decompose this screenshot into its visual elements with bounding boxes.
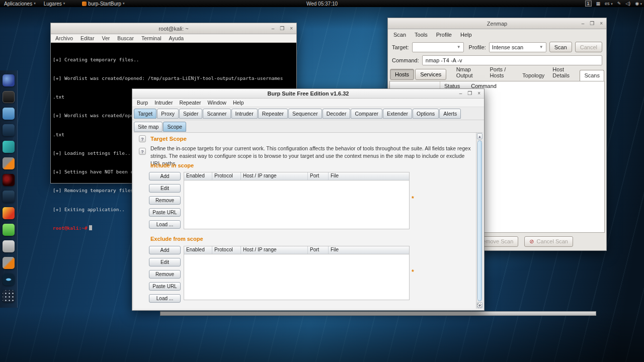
metasploit-icon[interactable]	[3, 124, 15, 136]
menu-editar[interactable]: Editar	[80, 35, 94, 41]
include-remove-button[interactable]: Remove	[149, 196, 181, 205]
tab-decoder[interactable]: Decoder	[323, 109, 351, 119]
menu-burp[interactable]: Burp	[137, 100, 148, 106]
windows-icon[interactable]: ▦	[596, 1, 601, 6]
tab-options[interactable]: Options	[413, 109, 439, 119]
tab-extender[interactable]: Extender	[383, 109, 412, 119]
menu-tools[interactable]: Tools	[415, 32, 428, 38]
hydra-icon[interactable]	[3, 191, 15, 203]
tab-intruder[interactable]: Intruder	[231, 109, 258, 119]
maximize-button[interactable]: ❐	[590, 21, 594, 26]
command-input[interactable]: nmap -T4 -A -v	[422, 55, 602, 65]
terminal-titlebar[interactable]: root@kali: ~ – ❐ ×	[51, 23, 296, 34]
tab-ports-hosts[interactable]: Ports / Hosts	[486, 64, 518, 81]
menu-ayuda[interactable]: Ayuda	[169, 35, 184, 41]
menu-intruder[interactable]: Intruder	[154, 100, 173, 106]
column-host-ip-range[interactable]: Host / IP range	[241, 172, 308, 180]
help-icon[interactable]: ?	[139, 148, 146, 155]
exclude-table-body[interactable]	[184, 254, 409, 300]
minimize-button[interactable]: –	[459, 91, 462, 96]
exclude-edit-button[interactable]: Edit	[149, 258, 181, 266]
column-protocol[interactable]: Protocol	[212, 172, 241, 180]
exclude-load-button[interactable]: Load ...	[149, 294, 181, 303]
files-icon[interactable]	[3, 108, 15, 120]
column-enabled[interactable]: Enabled	[184, 246, 212, 254]
subtab-site-map[interactable]: Site map	[134, 122, 163, 132]
column-file[interactable]: File	[329, 172, 409, 180]
zenmap-titlebar[interactable]: Zenmap – ❐ ×	[388, 18, 606, 29]
menu-archivo[interactable]: Archivo	[55, 35, 73, 41]
applications-menu[interactable]: Aplicaciones ▾	[0, 0, 40, 7]
tab-scans[interactable]: Scans	[580, 70, 604, 81]
places-menu[interactable]: Lugares ▾	[40, 0, 69, 7]
burpsuite-icon[interactable]	[3, 157, 15, 169]
help-icon[interactable]: ?	[139, 135, 146, 142]
menu-window[interactable]: Window	[208, 100, 226, 106]
tab-comparer[interactable]: Comparer	[351, 109, 382, 119]
burp-titlebar[interactable]: Burp Suite Free Edition v1.6.32 – ❐ ×	[132, 89, 484, 99]
menu-scan[interactable]: Scan	[393, 32, 406, 38]
menu-help[interactable]: Help	[460, 32, 472, 38]
tab-sequencer[interactable]: Sequencer	[288, 109, 322, 119]
tab-host-details[interactable]: Host Details	[548, 64, 580, 81]
keyboard-layout-indicator[interactable]: es ▾	[605, 1, 613, 6]
menu-help[interactable]: Help	[233, 100, 244, 106]
scan-button[interactable]: Scan	[549, 42, 572, 52]
vertical-scrollbar[interactable]: ▲ ▼	[476, 133, 482, 309]
scroll-up-icon[interactable]: ▲	[477, 133, 482, 139]
close-button[interactable]: ×	[600, 21, 603, 26]
volume-icon[interactable]: ◁)	[625, 1, 630, 6]
tab-scanner[interactable]: Scanner	[203, 109, 230, 119]
maximize-button[interactable]: ❐	[280, 26, 284, 31]
active-app-menu[interactable]: burp-StartBurp ▾	[78, 0, 128, 7]
include-edit-button[interactable]: Edit	[149, 184, 181, 193]
exclude-remove-button[interactable]: Remove	[149, 270, 181, 279]
maltego-icon[interactable]	[3, 257, 15, 269]
target-combobox[interactable]: ▼	[412, 42, 464, 52]
close-button[interactable]: ×	[290, 26, 293, 31]
column-file[interactable]: File	[329, 246, 409, 254]
minimize-button[interactable]: –	[272, 26, 275, 31]
tab-nmap-output[interactable]: Nmap Output	[452, 64, 486, 81]
close-button[interactable]: ×	[477, 91, 480, 96]
power-icon[interactable]: ◉ ▾	[635, 1, 642, 6]
column-port[interactable]: Port	[308, 172, 329, 180]
beef-icon[interactable]	[3, 174, 15, 186]
terminal-icon[interactable]	[3, 91, 15, 103]
column-protocol[interactable]: Protocol	[212, 246, 241, 254]
show-applications-icon[interactable]	[3, 290, 15, 302]
scrollbar-thumb[interactable]	[477, 140, 482, 301]
menu-terminal[interactable]: Terminal	[141, 35, 162, 41]
tab-alerts[interactable]: Alerts	[439, 109, 461, 119]
eye-icon[interactable]	[3, 274, 15, 286]
include-table-body[interactable]	[184, 180, 409, 229]
services-toggle-button[interactable]: Services	[415, 69, 446, 80]
faraday-icon[interactable]	[3, 224, 15, 236]
window-resize-grip[interactable]	[477, 303, 482, 308]
subtab-scope[interactable]: Scope	[163, 122, 186, 132]
menu-ver[interactable]: Ver	[102, 35, 110, 41]
tab-proxy[interactable]: Proxy	[157, 109, 179, 119]
menu-buscar[interactable]: Buscar	[117, 35, 134, 41]
column-enabled[interactable]: Enabled	[184, 172, 212, 180]
zaproxy-icon[interactable]	[3, 207, 15, 219]
profile-combobox[interactable]: Intense scan ▼	[489, 42, 546, 52]
exclude-add-button[interactable]: Add	[149, 246, 181, 254]
cancel-scan-button[interactable]: ⊘ Cancel Scan	[524, 236, 573, 247]
column-host-ip-range[interactable]: Host / IP range	[241, 246, 308, 254]
minimize-button[interactable]: –	[582, 21, 585, 26]
tab-spider[interactable]: Spider	[179, 109, 202, 119]
include-paste-url-button[interactable]: Paste URL	[149, 208, 181, 217]
include-add-button[interactable]: Add	[149, 172, 181, 180]
tab-target[interactable]: Target	[134, 109, 156, 119]
browser-icon[interactable]	[3, 74, 15, 86]
workspace-indicator[interactable]: 1	[585, 1, 592, 7]
armitage-icon[interactable]	[3, 141, 15, 153]
hosts-toggle-button[interactable]: Hosts	[390, 69, 414, 80]
maximize-button[interactable]: ❐	[467, 91, 472, 96]
cancel-button[interactable]: Cancel	[575, 42, 602, 52]
pencil-icon[interactable]: ✎	[617, 1, 621, 6]
clock[interactable]: Wed 05:37:10	[306, 1, 338, 7]
packages-icon[interactable]	[3, 240, 15, 252]
include-load-button[interactable]: Load ...	[149, 220, 181, 229]
